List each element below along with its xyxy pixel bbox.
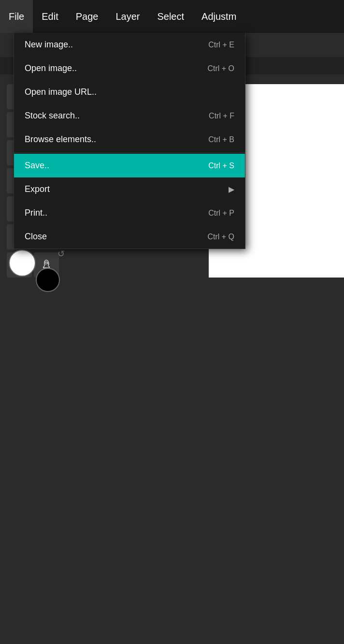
menu-close[interactable]: Close Ctrl + Q (14, 225, 245, 249)
menu-close-label: Close (25, 232, 47, 242)
menu-item-file[interactable]: File (0, 0, 33, 33)
menu-new-image-label: New image.. (25, 40, 73, 50)
menu-stock-search-shortcut: Ctrl + F (209, 112, 234, 120)
reset-colors-icon[interactable]: ↺ (57, 249, 65, 258)
menu-browse-elements-shortcut: Ctrl + B (208, 135, 234, 144)
menu-open-url[interactable]: Open image URL.. (14, 80, 245, 104)
menu-browse-elements[interactable]: Browse elements.. Ctrl + B (14, 128, 245, 151)
menu-open-url-label: Open image URL.. (25, 87, 97, 97)
color-swatches: ↺ (9, 249, 65, 292)
menu-browse-elements-label: Browse elements.. (25, 134, 96, 145)
menu-stock-search[interactable]: Stock search.. Ctrl + F (14, 104, 245, 128)
menu-print[interactable]: Print.. Ctrl + P (14, 201, 245, 225)
menu-open-image-label: Open image.. (25, 63, 77, 73)
menu-save-label: Save.. (25, 161, 49, 171)
menu-item-layer[interactable]: Layer (107, 0, 148, 33)
menu-item-edit[interactable]: Edit (33, 0, 67, 33)
menu-item-adjust[interactable]: Adjustm (193, 0, 245, 33)
menu-export-label: Export (25, 184, 50, 194)
submenu-arrow-icon: ▶ (229, 185, 234, 194)
menu-print-label: Print.. (25, 208, 47, 218)
menu-export[interactable]: Export ▶ (14, 177, 245, 201)
menu-open-image[interactable]: Open image.. Ctrl + O (14, 57, 245, 80)
menu-open-image-shortcut: Ctrl + O (207, 64, 234, 73)
file-dropdown-menu: New image.. Ctrl + E Open image.. Ctrl +… (14, 33, 245, 249)
menu-item-page[interactable]: Page (67, 0, 107, 33)
menu-new-image[interactable]: New image.. Ctrl + E (14, 33, 245, 57)
menu-new-image-shortcut: Ctrl + E (208, 41, 234, 49)
menu-bar: File Edit Page Layer Select Adjustm (0, 0, 344, 33)
background-color-swatch[interactable] (36, 268, 60, 292)
menu-save[interactable]: Save.. Ctrl + S (14, 154, 245, 177)
menu-item-select[interactable]: Select (148, 0, 193, 33)
menu-print-shortcut: Ctrl + P (208, 209, 234, 218)
foreground-color-swatch[interactable] (9, 249, 36, 277)
menu-close-shortcut: Ctrl + Q (207, 233, 234, 241)
menu-divider-1 (14, 152, 245, 153)
menu-stock-search-label: Stock search.. (25, 111, 80, 121)
menu-save-shortcut: Ctrl + S (208, 161, 234, 170)
